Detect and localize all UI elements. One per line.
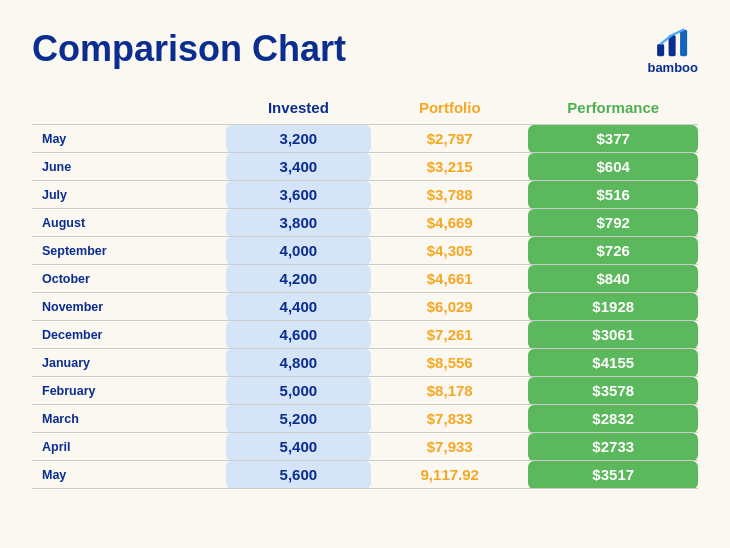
cell-month: September (32, 237, 226, 265)
cell-invested: 4,200 (226, 265, 371, 293)
cell-invested: 3,200 (226, 125, 371, 153)
cell-month: June (32, 153, 226, 181)
cell-invested: 5,200 (226, 405, 371, 433)
table-row: December4,600$7,261$3061 (32, 321, 698, 349)
table-row: May5,6009,117.92$3517 (32, 461, 698, 489)
table-row: September4,000$4,305$726 (32, 237, 698, 265)
cell-month: October (32, 265, 226, 293)
cell-performance: $516 (528, 181, 698, 209)
cell-month: May (32, 125, 226, 153)
cell-portfolio: $3,215 (371, 153, 528, 181)
cell-invested: 5,000 (226, 377, 371, 405)
table-row: August3,800$4,669$792 (32, 209, 698, 237)
cell-performance: $2733 (528, 433, 698, 461)
bamboo-logo-icon (655, 28, 691, 58)
cell-month: August (32, 209, 226, 237)
cell-portfolio: $7,933 (371, 433, 528, 461)
cell-invested: 3,800 (226, 209, 371, 237)
col-header-invested: Invested (226, 93, 371, 125)
cell-portfolio: $2,797 (371, 125, 528, 153)
table-row: April5,400$7,933$2733 (32, 433, 698, 461)
svg-rect-2 (680, 30, 687, 56)
logo-area: bamboo (647, 28, 698, 75)
cell-portfolio: $8,556 (371, 349, 528, 377)
col-header-portfolio: Portfolio (371, 93, 528, 125)
cell-month: May (32, 461, 226, 489)
cell-month: January (32, 349, 226, 377)
cell-portfolio: $6,029 (371, 293, 528, 321)
cell-performance: $1928 (528, 293, 698, 321)
cell-performance: $726 (528, 237, 698, 265)
cell-performance: $3517 (528, 461, 698, 489)
page-title: Comparison Chart (32, 28, 346, 70)
cell-performance: $4155 (528, 349, 698, 377)
cell-invested: 3,600 (226, 181, 371, 209)
col-header-month (32, 93, 226, 125)
cell-performance: $3061 (528, 321, 698, 349)
table-container: Invested Portfolio Performance May3,200$… (32, 93, 698, 489)
cell-invested: 5,600 (226, 461, 371, 489)
cell-performance: $840 (528, 265, 698, 293)
cell-month: November (32, 293, 226, 321)
cell-performance: $377 (528, 125, 698, 153)
table-header-row: Invested Portfolio Performance (32, 93, 698, 125)
cell-portfolio: $4,305 (371, 237, 528, 265)
cell-month: April (32, 433, 226, 461)
cell-invested: 5,400 (226, 433, 371, 461)
table-row: February5,000$8,178$3578 (32, 377, 698, 405)
table-row: July3,600$3,788$516 (32, 181, 698, 209)
cell-invested: 4,600 (226, 321, 371, 349)
cell-portfolio: $7,833 (371, 405, 528, 433)
header: Comparison Chart bamboo (32, 28, 698, 75)
cell-portfolio: $7,261 (371, 321, 528, 349)
comparison-table: Invested Portfolio Performance May3,200$… (32, 93, 698, 489)
cell-invested: 4,000 (226, 237, 371, 265)
cell-performance: $3578 (528, 377, 698, 405)
table-row: June3,400$3,215$604 (32, 153, 698, 181)
cell-month: February (32, 377, 226, 405)
table-row: October4,200$4,661$840 (32, 265, 698, 293)
cell-portfolio: $3,788 (371, 181, 528, 209)
cell-month: December (32, 321, 226, 349)
cell-invested: 3,400 (226, 153, 371, 181)
cell-portfolio: $8,178 (371, 377, 528, 405)
col-header-performance: Performance (528, 93, 698, 125)
logo-text: bamboo (647, 60, 698, 75)
table-row: November4,400$6,029$1928 (32, 293, 698, 321)
cell-month: July (32, 181, 226, 209)
table-row: May3,200$2,797$377 (32, 125, 698, 153)
cell-invested: 4,400 (226, 293, 371, 321)
table-row: January4,800$8,556$4155 (32, 349, 698, 377)
cell-performance: $604 (528, 153, 698, 181)
cell-invested: 4,800 (226, 349, 371, 377)
table-row: March5,200$7,833$2832 (32, 405, 698, 433)
cell-performance: $2832 (528, 405, 698, 433)
cell-portfolio: $4,669 (371, 209, 528, 237)
cell-performance: $792 (528, 209, 698, 237)
cell-month: March (32, 405, 226, 433)
cell-portfolio: $4,661 (371, 265, 528, 293)
page: Comparison Chart bamboo Invested Portfol… (0, 0, 730, 548)
cell-portfolio: 9,117.92 (371, 461, 528, 489)
svg-rect-0 (657, 44, 664, 56)
